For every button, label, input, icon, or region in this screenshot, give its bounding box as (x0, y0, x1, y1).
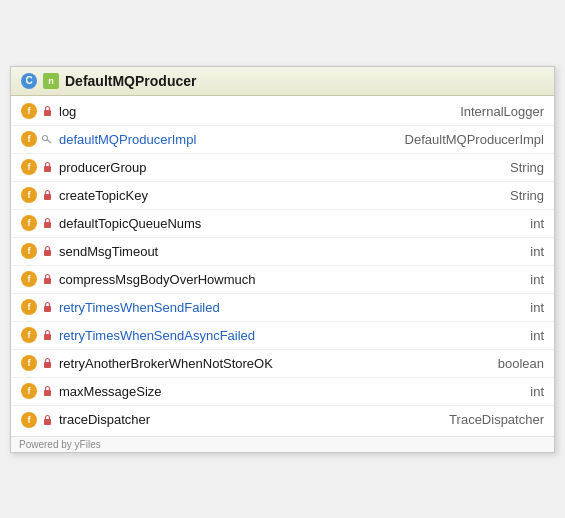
table-row[interactable]: fcompressMsgBodyOverHowmuchint (11, 266, 554, 294)
lock-icon (41, 161, 53, 173)
lock-icon (41, 301, 53, 313)
field-name: log (59, 104, 460, 119)
table-row[interactable]: fsendMsgTimeoutint (11, 238, 554, 266)
svg-rect-8 (44, 306, 51, 312)
field-icon: f (21, 355, 37, 371)
class-title: DefaultMQProducer (65, 73, 196, 89)
namespace-icon: n (43, 73, 59, 89)
lock-icon (41, 105, 53, 117)
field-icon: f (21, 299, 37, 315)
field-type: int (464, 328, 544, 343)
svg-rect-5 (44, 222, 51, 228)
field-name: createTopicKey (59, 188, 464, 203)
lock-icon (41, 414, 53, 426)
svg-rect-10 (44, 362, 51, 368)
field-name: sendMsgTimeout (59, 244, 464, 259)
field-icon: f (21, 215, 37, 231)
svg-rect-11 (44, 390, 51, 396)
field-type: int (464, 300, 544, 315)
field-name: defaultMQProducerImpl (59, 132, 405, 147)
lock-icon (41, 329, 53, 341)
field-icon: f (21, 131, 37, 147)
field-icon: f (21, 187, 37, 203)
field-type: int (464, 384, 544, 399)
field-list: flogInternalLoggerfdefaultMQProducerImpl… (11, 96, 554, 436)
footer-label: Powered by yFiles (11, 436, 554, 452)
field-type: int (464, 244, 544, 259)
svg-rect-9 (44, 334, 51, 340)
field-name: defaultTopicQueueNums (59, 216, 464, 231)
table-row[interactable]: fretryTimesWhenSendFailedint (11, 294, 554, 322)
table-row[interactable]: fcreateTopicKeyString (11, 182, 554, 210)
field-type: int (464, 216, 544, 231)
svg-rect-12 (44, 419, 51, 425)
table-row[interactable]: fdefaultTopicQueueNumsint (11, 210, 554, 238)
svg-rect-3 (44, 166, 51, 172)
field-name: producerGroup (59, 160, 464, 175)
field-type: String (464, 160, 544, 175)
svg-line-2 (47, 140, 51, 144)
field-type: TraceDispatcher (449, 412, 544, 427)
panel-header: C n DefaultMQProducer (11, 67, 554, 96)
table-row[interactable]: fretryAnotherBrokerWhenNotStoreOKboolean (11, 350, 554, 378)
lock-icon (41, 273, 53, 285)
field-type: String (464, 188, 544, 203)
field-icon: f (21, 243, 37, 259)
svg-rect-6 (44, 250, 51, 256)
table-row[interactable]: fretryTimesWhenSendAsyncFailedint (11, 322, 554, 350)
table-row[interactable]: fproducerGroupString (11, 154, 554, 182)
field-icon: f (21, 412, 37, 428)
lock-icon (41, 217, 53, 229)
field-icon: f (21, 271, 37, 287)
field-type: DefaultMQProducerImpl (405, 132, 544, 147)
lock-icon (41, 245, 53, 257)
lock-icon (41, 385, 53, 397)
field-icon: f (21, 159, 37, 175)
field-name: compressMsgBodyOverHowmuch (59, 272, 464, 287)
svg-rect-4 (44, 194, 51, 200)
table-row[interactable]: flogInternalLogger (11, 98, 554, 126)
key-icon (41, 133, 53, 145)
field-icon: f (21, 327, 37, 343)
svg-rect-0 (44, 110, 51, 116)
field-icon: f (21, 103, 37, 119)
field-name: retryTimesWhenSendFailed (59, 300, 464, 315)
field-type: int (464, 272, 544, 287)
field-name: retryAnotherBrokerWhenNotStoreOK (59, 356, 464, 371)
svg-rect-7 (44, 278, 51, 284)
table-row[interactable]: fdefaultMQProducerImplDefaultMQProducerI… (11, 126, 554, 154)
class-diagram-panel: C n DefaultMQProducer flogInternalLogger… (10, 66, 555, 453)
table-row[interactable]: ftraceDispatcherTraceDispatcher (11, 406, 554, 434)
field-type: InternalLogger (460, 104, 544, 119)
field-type: boolean (464, 356, 544, 371)
lock-icon (41, 189, 53, 201)
field-name: traceDispatcher (59, 412, 449, 427)
field-name: maxMessageSize (59, 384, 464, 399)
svg-point-1 (43, 136, 48, 141)
field-name: retryTimesWhenSendAsyncFailed (59, 328, 464, 343)
class-icon: C (21, 73, 37, 89)
table-row[interactable]: fmaxMessageSizeint (11, 378, 554, 406)
lock-icon (41, 357, 53, 369)
field-icon: f (21, 383, 37, 399)
